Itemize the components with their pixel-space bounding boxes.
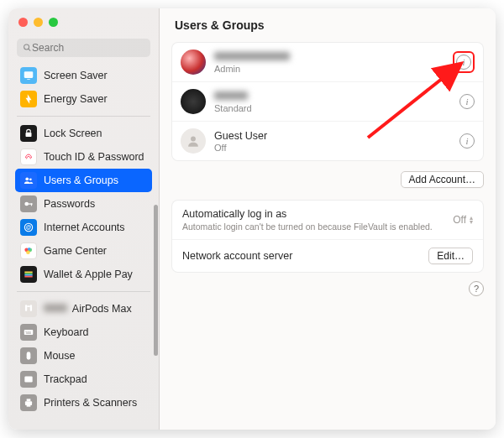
sidebar-scrollbar[interactable] xyxy=(154,205,158,356)
window-controls xyxy=(8,8,159,27)
svg-rect-3 xyxy=(27,79,30,80)
network-account-row: Network account server Edit… xyxy=(172,240,483,272)
sidebar-divider xyxy=(17,116,150,117)
passwords-icon xyxy=(20,196,37,212)
lock-screen-icon xyxy=(20,125,37,142)
svg-rect-4 xyxy=(26,133,32,137)
sidebar-item-wallet[interactable]: Wallet & Apple Pay xyxy=(15,263,152,286)
mouse-icon xyxy=(20,347,37,364)
sidebar-item-label: Users & Groups xyxy=(44,175,147,186)
sidebar-item-label: Game Center xyxy=(44,245,147,257)
svg-text:@: @ xyxy=(26,224,32,230)
sidebar-item-screen-saver[interactable]: Screen Saver xyxy=(15,64,152,87)
sidebar-item-lock-screen[interactable]: Lock Screen xyxy=(15,122,152,145)
avatar xyxy=(181,89,206,114)
svg-rect-21 xyxy=(30,305,32,311)
svg-point-14 xyxy=(26,250,30,254)
sidebar: Screen Saver Energy Saver Lock Screen xyxy=(8,8,160,430)
svg-line-1 xyxy=(29,49,30,50)
sidebar-item-label: Mouse xyxy=(44,350,147,362)
sidebar-item-keyboard[interactable]: Keyboard xyxy=(15,321,152,344)
add-account-button[interactable]: Add Account… xyxy=(401,171,484,188)
svg-rect-26 xyxy=(26,333,31,334)
sidebar-item-internet-accounts[interactable]: @ Internet Accounts xyxy=(15,216,152,239)
sidebar-divider xyxy=(17,291,150,292)
sidebar-item-airpods[interactable]: AirPods Max xyxy=(15,297,152,321)
main-pane: Users & Groups Admin i Standard i xyxy=(160,8,496,430)
sidebar-item-printers[interactable]: Printers & Scanners xyxy=(15,391,152,415)
sidebar-item-label: Internet Accounts xyxy=(44,222,147,233)
game-center-icon xyxy=(20,242,37,259)
sidebar-item-label: Lock Screen xyxy=(44,128,147,139)
edit-button[interactable]: Edit… xyxy=(428,248,473,264)
svg-rect-25 xyxy=(29,331,30,332)
svg-rect-9 xyxy=(31,203,32,206)
svg-rect-31 xyxy=(27,404,31,407)
setting-title: Automatically log in as xyxy=(182,208,444,220)
sidebar-item-users-groups[interactable]: Users & Groups xyxy=(15,169,152,192)
touch-id-icon xyxy=(20,149,37,165)
sidebar-list[interactable]: Screen Saver Energy Saver Lock Screen xyxy=(8,62,159,430)
sidebar-item-label: Trackpad xyxy=(44,373,147,385)
svg-rect-20 xyxy=(25,305,27,311)
sidebar-item-trackpad[interactable]: Trackpad xyxy=(15,368,152,391)
settings-list: Automatically log in as Automatic login … xyxy=(171,200,484,273)
svg-rect-30 xyxy=(27,399,31,401)
sidebar-item-touch-id[interactable]: Touch ID & Password xyxy=(15,145,152,169)
sidebar-item-passwords[interactable]: Passwords xyxy=(15,192,152,216)
svg-rect-28 xyxy=(24,377,32,383)
svg-line-33 xyxy=(368,65,459,138)
autologin-row[interactable]: Automatically log in as Automatic login … xyxy=(172,201,483,240)
sidebar-item-label: Wallet & Apple Pay xyxy=(44,269,147,280)
search-input[interactable] xyxy=(32,42,144,54)
internet-accounts-icon: @ xyxy=(20,219,37,236)
wallet-icon xyxy=(20,266,37,283)
users-groups-icon xyxy=(20,172,37,189)
setting-subtitle: Automatic login can't be turned on becau… xyxy=(182,222,444,232)
avatar xyxy=(181,50,206,75)
sidebar-item-label: Touch ID & Password xyxy=(44,151,147,163)
sidebar-item-label: AirPods Max xyxy=(44,303,147,315)
svg-rect-22 xyxy=(24,330,34,335)
printers-icon xyxy=(20,394,37,411)
sidebar-item-game-center[interactable]: Game Center xyxy=(15,239,152,263)
chevron-up-down-icon: ▴▾ xyxy=(470,216,473,224)
sidebar-item-label: Printers & Scanners xyxy=(44,397,147,409)
sidebar-item-label: Keyboard xyxy=(44,326,147,338)
settings-window: Screen Saver Energy Saver Lock Screen xyxy=(8,8,496,430)
svg-point-15 xyxy=(28,248,31,251)
search-icon xyxy=(23,43,32,53)
minimize-window-button[interactable] xyxy=(34,18,43,27)
svg-rect-23 xyxy=(26,331,27,332)
svg-point-0 xyxy=(24,44,29,50)
sidebar-item-label: Screen Saver xyxy=(44,70,147,81)
fullscreen-window-button[interactable] xyxy=(49,18,58,27)
energy-saver-icon xyxy=(20,91,37,107)
setting-title: Network account server xyxy=(182,250,420,262)
sidebar-item-mouse[interactable]: Mouse xyxy=(15,344,152,368)
avatar xyxy=(181,128,206,154)
screen-saver-icon xyxy=(20,67,37,84)
close-window-button[interactable] xyxy=(18,18,28,27)
svg-point-5 xyxy=(25,177,29,180)
annotation-arrow-icon xyxy=(360,54,477,146)
airpods-icon xyxy=(20,300,37,317)
svg-point-6 xyxy=(29,178,32,180)
svg-point-32 xyxy=(191,137,196,142)
svg-rect-27 xyxy=(27,352,31,359)
svg-rect-19 xyxy=(24,276,32,278)
svg-rect-24 xyxy=(28,331,29,332)
svg-point-7 xyxy=(24,202,29,206)
pane-title: Users & Groups xyxy=(160,8,496,39)
autologin-value[interactable]: Off ▴▾ xyxy=(453,214,473,226)
sidebar-item-label: Passwords xyxy=(44,198,147,210)
help-button[interactable]: ? xyxy=(469,281,484,296)
search-field[interactable] xyxy=(17,39,150,57)
svg-rect-18 xyxy=(24,274,32,276)
sidebar-item-energy-saver[interactable]: Energy Saver xyxy=(15,87,152,111)
svg-rect-17 xyxy=(24,273,32,274)
trackpad-icon xyxy=(20,371,37,388)
svg-rect-2 xyxy=(24,71,34,78)
svg-rect-16 xyxy=(24,272,32,274)
sidebar-item-label: Energy Saver xyxy=(44,93,147,105)
